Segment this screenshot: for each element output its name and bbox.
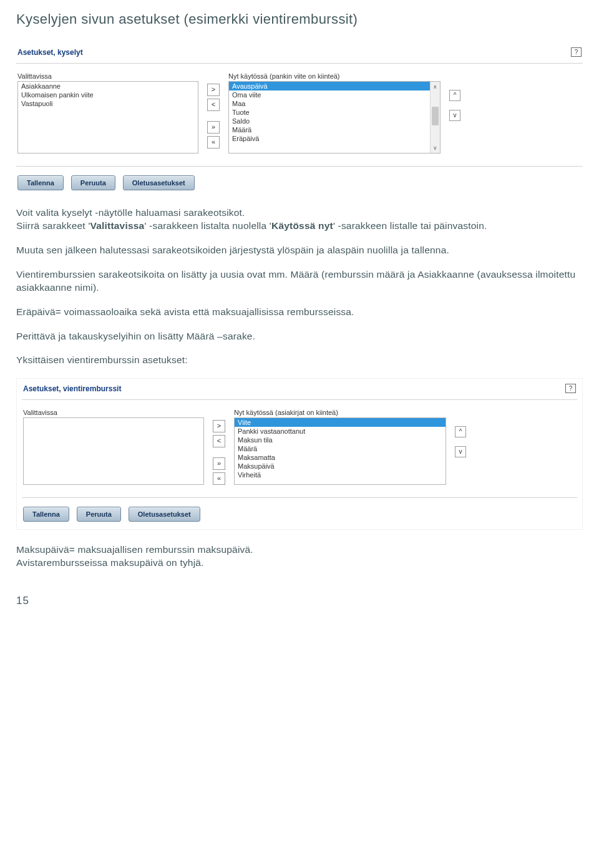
panel2-title: Asetukset, vientiremburssit <box>23 384 121 393</box>
panel1-title: Asetukset, kyselyt <box>17 48 83 57</box>
help-icon[interactable]: ? <box>565 384 576 393</box>
scroll-down-icon[interactable]: ∨ <box>431 143 440 153</box>
move-all-right-button[interactable]: » <box>207 121 220 134</box>
body-p6: Yksittäisen vientiremburssin asetukset: <box>16 354 583 367</box>
list-item[interactable]: Pankki vastaanottanut <box>235 427 446 436</box>
available-listbox[interactable] <box>23 417 204 485</box>
move-all-left-button[interactable]: « <box>213 472 225 485</box>
right-list-label: Nyt käytössä (asiakirjat on kiinteä) <box>234 409 446 416</box>
move-all-right-button[interactable]: » <box>213 457 225 470</box>
body-bold-valittavissa: Valittavissa <box>90 220 145 231</box>
inuse-listbox[interactable]: Viite Pankki vastaanottanut Maksun tila … <box>234 417 446 485</box>
move-right-button[interactable]: > <box>207 84 220 96</box>
list-item[interactable]: Oma viite <box>229 90 430 99</box>
reorder-up-button[interactable]: ^ <box>455 426 466 437</box>
divider <box>22 399 577 400</box>
panel-asetukset-vientiremburssit-frame: Asetukset, vientiremburssit ? Valittavis… <box>16 378 583 530</box>
move-left-button[interactable]: < <box>207 99 220 111</box>
panel-asetukset-kyselyt: Asetukset, kyselyt ? Valittavissa Asiakk… <box>16 45 583 190</box>
cancel-button[interactable]: Peruuta <box>77 507 121 522</box>
body-p1b-1: Siirrä sarakkeet ' <box>16 220 90 231</box>
list-item[interactable]: Ulkomaisen pankin viite <box>18 90 198 99</box>
divider <box>16 166 583 167</box>
list-item[interactable]: Virheitä <box>235 471 446 479</box>
list-item[interactable]: Asiakkaanne <box>18 82 198 90</box>
move-right-button[interactable]: > <box>213 420 225 432</box>
left-list-label: Valittavissa <box>23 409 204 416</box>
list-item[interactable]: Maksupäivä <box>235 462 446 471</box>
list-item[interactable]: Maa <box>229 99 430 108</box>
move-left-button[interactable]: < <box>213 435 225 447</box>
body-p2: Muuta sen jälkeen halutessasi sarakeotsi… <box>16 244 583 257</box>
save-button[interactable]: Tallenna <box>23 507 69 522</box>
footer-p2: Avistarembursseissa maksupäivä on tyhjä. <box>16 557 204 568</box>
list-item[interactable]: Määrä <box>229 125 430 134</box>
page-title: Kyselyjen sivun asetukset (esimerkki vie… <box>16 11 583 27</box>
defaults-button[interactable]: Oletusasetukset <box>123 175 195 190</box>
footer-p1: Maksupäivä= maksuajallisen remburssin ma… <box>16 544 253 555</box>
body-p1b-2: ' -sarakkeen listalta nuolella ' <box>144 220 271 231</box>
list-item[interactable]: Maksun tila <box>235 436 446 444</box>
panel-asetukset-vientiremburssit: Asetukset, vientiremburssit ? Valittavis… <box>22 381 577 522</box>
scrollbar[interactable]: ∧ ∨ <box>430 82 440 153</box>
page-number: 15 <box>16 595 583 607</box>
body-p1a: Voit valita kyselyt -näytölle haluamasi … <box>16 207 245 218</box>
body-text: Voit valita kyselyt -näytölle haluamasi … <box>16 207 583 367</box>
defaults-button[interactable]: Oletusasetukset <box>129 507 200 522</box>
reorder-up-button[interactable]: ^ <box>449 90 460 101</box>
body-p5: Perittävä ja takauskyselyihin on lisätty… <box>16 330 583 343</box>
cancel-button[interactable]: Peruuta <box>71 175 115 190</box>
body-p3: Vientiremburssien sarakeotsikoita on lis… <box>16 268 583 295</box>
divider <box>22 497 577 498</box>
scroll-up-icon[interactable]: ∧ <box>431 82 440 92</box>
list-item[interactable]: Vastapuoli <box>18 99 198 108</box>
footer-text: Maksupäivä= maksuajallisen remburssin ma… <box>16 544 583 570</box>
list-item[interactable]: Määrä <box>235 444 446 453</box>
left-list-label: Valittavissa <box>17 72 198 80</box>
body-p4: Eräpäivä= voimassaoloaika sekä avista et… <box>16 306 583 319</box>
move-all-left-button[interactable]: « <box>207 136 220 149</box>
list-item[interactable]: Saldo <box>229 117 430 125</box>
scroll-thumb[interactable] <box>432 107 439 125</box>
body-p1b-3: ' -sarakkeen listalle tai päinvastoin. <box>333 220 487 231</box>
divider <box>16 63 583 64</box>
list-item[interactable]: Viite <box>235 418 446 427</box>
reorder-down-button[interactable]: v <box>455 446 466 457</box>
help-icon[interactable]: ? <box>571 47 582 57</box>
body-bold-kaytossanyt: Käytössä nyt <box>271 220 333 231</box>
list-item[interactable]: Maksamatta <box>235 453 446 462</box>
list-item[interactable]: Eräpäivä <box>229 134 430 143</box>
save-button[interactable]: Tallenna <box>17 175 64 190</box>
list-item[interactable]: Avauspäivä <box>229 82 430 90</box>
available-listbox[interactable]: Asiakkaanne Ulkomaisen pankin viite Vast… <box>17 81 198 154</box>
inuse-listbox[interactable]: Avauspäivä Oma viite Maa Tuote Saldo Mää… <box>228 81 441 154</box>
right-list-label: Nyt käytössä (pankin viite on kiinteä) <box>228 72 441 80</box>
list-item[interactable]: Tuote <box>229 108 430 117</box>
reorder-down-button[interactable]: v <box>449 110 460 121</box>
